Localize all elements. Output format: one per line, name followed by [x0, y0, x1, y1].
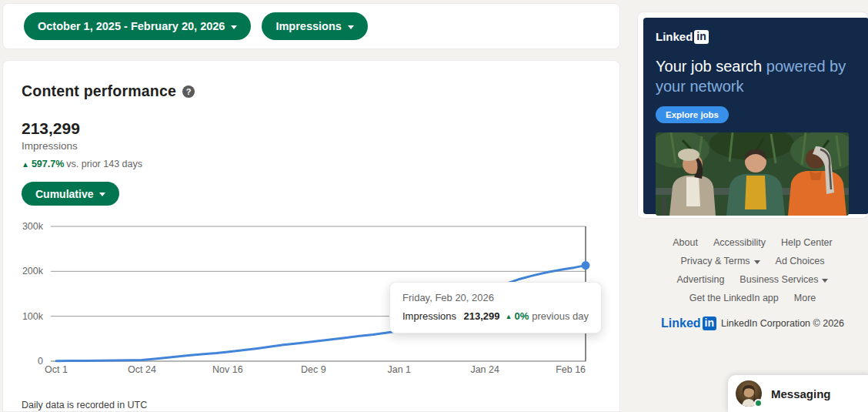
chevron-down-icon: [99, 193, 105, 196]
impressions-total: 213,299: [22, 119, 80, 138]
footer-link-about[interactable]: About: [673, 233, 698, 252]
svg-text:Oct 24: Oct 24: [128, 364, 156, 375]
footer-brand-row: Linked in LinkedIn Corporation © 2026: [637, 317, 868, 330]
ad-banner: Linked in Your job search powered by you…: [643, 18, 868, 214]
tooltip-delta-suffix: previous day: [532, 310, 589, 322]
view-mode-label: Cumulative: [35, 188, 93, 200]
footer-link-business-services[interactable]: Business Services: [739, 270, 828, 289]
explore-jobs-button[interactable]: Explore jobs: [656, 106, 729, 123]
copyright-text: LinkedIn Corporation © 2026: [721, 318, 844, 329]
footer-link-ad-choices[interactable]: Ad Choices: [776, 252, 825, 270]
svg-text:200k: 200k: [22, 266, 44, 276]
svg-text:Jan 24: Jan 24: [470, 364, 499, 375]
tooltip-metric-value: 213,299: [464, 310, 500, 322]
tooltip-date: Friday, Feb 20, 2026: [402, 292, 589, 303]
help-icon[interactable]: ?: [182, 85, 195, 98]
svg-text:Jan 1: Jan 1: [387, 364, 411, 375]
svg-text:0: 0: [38, 356, 43, 367]
analytics-page: October 1, 2025 - February 20, 2026 Impr…: [0, 0, 868, 412]
tooltip-metric-name: Impressions: [402, 310, 456, 322]
linkedin-in-icon: in: [694, 30, 708, 44]
tooltip-metric-row: Impressions 213,299 ▲ 0% previous day: [402, 310, 589, 322]
view-mode-dropdown[interactable]: Cumulative: [22, 182, 119, 206]
metric-dropdown-label: Impressions: [275, 20, 341, 32]
ad-card[interactable]: Linked in Your job search powered by you…: [637, 12, 868, 219]
chart-tooltip: Friday, Feb 20, 2026 Impressions 213,299…: [389, 282, 602, 333]
trend-up-icon: ▲: [22, 160, 29, 169]
footer-link-more[interactable]: More: [794, 289, 816, 307]
ad-photo-three-people: [656, 132, 849, 216]
svg-text:Nov 16: Nov 16: [212, 364, 243, 375]
footer-link-accessibility[interactable]: Accessibility: [713, 233, 766, 252]
footer-link-help-center[interactable]: Help Center: [781, 233, 833, 252]
filter-bar: October 1, 2025 - February 20, 2026 Impr…: [2, 3, 620, 49]
linkedin-in-icon: in: [703, 317, 716, 330]
content-performance-card: Content performance ? 213,299 Impression…: [2, 60, 620, 412]
metric-dropdown[interactable]: Impressions: [262, 12, 367, 40]
footer-link-get-app[interactable]: Get the LinkedIn app: [689, 289, 779, 307]
svg-text:Oct 1: Oct 1: [45, 364, 68, 375]
delta-summary: ▲ 597.7% vs. prior 143 days: [22, 159, 142, 169]
footer-row: Privacy & Terms Ad Choices: [637, 252, 868, 270]
footer-row: Get the LinkedIn app More: [637, 289, 868, 307]
footer-link-advertising[interactable]: Advertising: [677, 270, 725, 289]
avatar: [736, 380, 762, 407]
impressions-total-label: Impressions: [22, 140, 78, 152]
tooltip-delta-percent: 0%: [514, 310, 529, 322]
chevron-down-icon: [348, 25, 354, 29]
date-range-label: October 1, 2025 - February 20, 2026: [38, 20, 225, 32]
online-status-dot: [754, 399, 763, 407]
trend-up-icon: ▲: [506, 313, 512, 320]
delta-percent: 597.7%: [32, 159, 64, 169]
svg-text:Dec 9: Dec 9: [301, 364, 326, 375]
footer-nav: About Accessibility Help Center Privacy …: [637, 233, 868, 307]
footer-link-privacy-terms[interactable]: Privacy & Terms: [680, 252, 760, 270]
tooltip-delta: ▲ 0%: [506, 310, 529, 322]
delta-suffix: vs. prior 143 days: [66, 159, 142, 169]
chevron-down-icon: [231, 25, 237, 29]
section-header: Content performance ?: [22, 82, 195, 100]
svg-text:Feb 16: Feb 16: [556, 364, 586, 375]
date-range-dropdown[interactable]: October 1, 2025 - February 20, 2026: [24, 12, 251, 40]
linkedin-logo: Linked in: [656, 30, 709, 44]
linkedin-wordmark: Linked: [661, 317, 701, 330]
footer-row: About Accessibility Help Center: [637, 233, 868, 252]
utc-footnote: Daily data is recorded in UTC: [22, 400, 147, 410]
svg-text:300k: 300k: [22, 221, 44, 232]
linkedin-wordmark: Linked: [656, 30, 693, 43]
footer-row: Advertising Business Services: [637, 270, 868, 289]
chevron-down-icon: [822, 279, 828, 283]
ad-headline-part1: Your job search: [656, 58, 766, 75]
messaging-dock[interactable]: Messaging: [728, 375, 868, 412]
chevron-down-icon: [754, 260, 760, 264]
messaging-label: Messaging: [771, 387, 831, 400]
page-title: Content performance: [22, 82, 176, 100]
svg-text:100k: 100k: [22, 311, 44, 322]
linkedin-logo: Linked in: [661, 317, 716, 330]
ad-headline: Your job search powered by your network: [656, 56, 852, 96]
